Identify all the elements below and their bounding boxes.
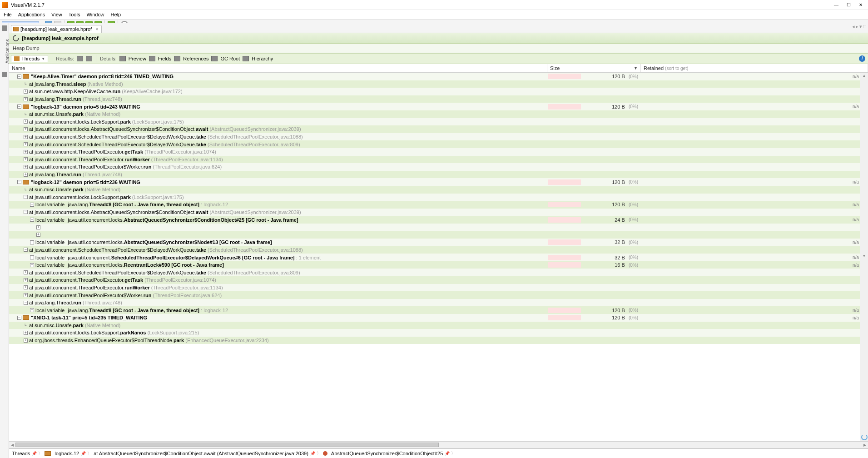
- tab-heapdump[interactable]: [heapdump] leak_example.hprof ×: [11, 25, 102, 30]
- app-icon: [2, 2, 8, 8]
- tab-nav-prev[interactable]: ◂: [852, 24, 855, 30]
- window-title: VisualVM 2.1.7: [11, 2, 834, 8]
- menu-view[interactable]: View: [49, 11, 65, 18]
- menu-help[interactable]: Help: [108, 11, 124, 18]
- sidebar: Applications: [0, 23, 9, 30]
- tab-nav: ◂ ▸ ▾ □: [852, 24, 866, 30]
- menu-tools[interactable]: Tools: [66, 11, 83, 18]
- tab-nav-dropdown[interactable]: ▾: [859, 24, 862, 30]
- tab-nav-maximize[interactable]: □: [863, 24, 866, 30]
- sidebar-icon[interactable]: [2, 25, 7, 30]
- tab-strip: [heapdump] leak_example.hprof × ◂ ▸ ▾ □: [9, 23, 868, 30]
- heapdump-icon: [13, 27, 19, 30]
- content-area: [heapdump] leak_example.hprof × ◂ ▸ ▾ □ …: [9, 23, 868, 30]
- menu-bar: File Applications View Tools Window Help: [0, 10, 868, 19]
- menu-file[interactable]: File: [1, 11, 15, 18]
- close-button[interactable]: ✕: [859, 2, 863, 7]
- tab-nav-next[interactable]: ▸: [856, 24, 858, 30]
- tab-label: [heapdump] leak_example.hprof: [20, 26, 92, 30]
- menu-window[interactable]: Window: [84, 11, 107, 18]
- menu-applications[interactable]: Applications: [15, 11, 48, 18]
- window-titlebar: VisualVM 2.1.7 — ☐ ✕: [0, 0, 868, 10]
- minimize-button[interactable]: —: [834, 2, 838, 7]
- maximize-button[interactable]: ☐: [847, 2, 851, 7]
- tab-close-icon[interactable]: ×: [95, 26, 98, 30]
- window-controls: — ☐ ✕: [834, 2, 866, 7]
